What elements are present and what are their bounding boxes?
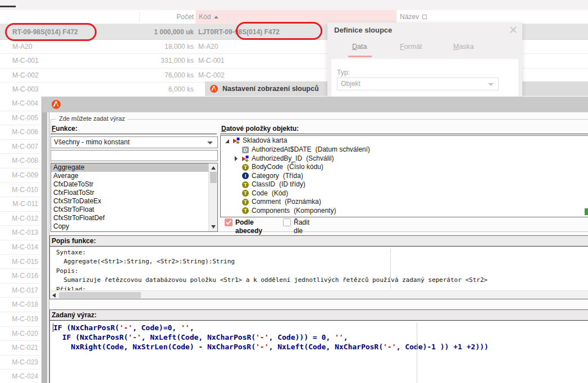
table-row[interactable]: M-C-023 xyxy=(0,355,41,370)
function-list-item[interactable]: CfxStrToFloatDef xyxy=(51,214,217,222)
table-row[interactable]: M-C-007 xyxy=(0,140,41,154)
cell-quantity: 6,000 ks xyxy=(101,83,194,97)
tree-item[interactable]: ICategory(Třída) xyxy=(221,172,588,181)
function-list-item[interactable]: Aggregate xyxy=(51,163,217,172)
cell-name: M-C-001 xyxy=(12,54,39,68)
tree-item[interactable]: AuthorizedBy_ID(Schválil) xyxy=(221,154,588,163)
cell-code: M-C-002 xyxy=(198,69,225,83)
tree-item[interactable]: TCode(Kód) xyxy=(221,189,588,198)
tab-data[interactable]: Data xyxy=(352,43,367,51)
string-literal: '-' xyxy=(383,343,396,351)
scrollbar-thumb[interactable] xyxy=(59,292,141,298)
tree-item-label: Skladová karta xyxy=(243,136,287,144)
tree-item-description: (Komponenty) xyxy=(294,207,336,215)
cell-code: M-C-001 xyxy=(198,54,225,68)
type-object-icon xyxy=(233,137,240,144)
string-literal: '' xyxy=(335,333,344,341)
function-search-input[interactable] xyxy=(51,150,218,161)
table-row[interactable]: M-C-009 xyxy=(0,168,41,183)
description-line: Aggregate(<Str1>:String, <Str2>:String):… xyxy=(56,257,588,266)
tree-item-description: (Kód) xyxy=(272,189,288,197)
string-literal: '' xyxy=(181,323,190,332)
active-tab-indicator xyxy=(348,56,372,57)
table-row[interactable]: M-C-004 xyxy=(0,97,41,111)
table-row[interactable]: M-C-019 xyxy=(0,312,41,327)
function-list-item[interactable]: Average xyxy=(51,172,217,180)
table-row[interactable]: M-C-024 xyxy=(0,370,41,383)
code-text: , xyxy=(190,323,194,332)
table-row[interactable]: M-C-008 xyxy=(0,154,41,168)
dialog-left-frame xyxy=(42,112,47,383)
function-list-item[interactable]: CfxStrToDateEx xyxy=(51,197,217,206)
text-caret xyxy=(53,323,53,332)
table-row[interactable]: M-C-006 xyxy=(0,125,41,140)
function-list-item[interactable]: CfxDateToStr xyxy=(51,180,217,189)
expression-section: Zadaný výraz: IF (NxCharPosR('-', Code)=… xyxy=(49,309,588,383)
table-row[interactable]: M-C-005 xyxy=(0,111,41,126)
scroll-up-icon[interactable] xyxy=(211,166,216,170)
string-literal: '-' xyxy=(128,333,141,341)
tab-format[interactable]: Formát xyxy=(400,43,422,51)
data-items-tree[interactable]: Skladová kartaDAuthorizedAt$DATE(Datum s… xyxy=(220,135,588,217)
function-list[interactable]: AggregateAverageCfxDateToStrCfxFloatToSt… xyxy=(51,163,218,232)
table-row[interactable]: M-C-015 xyxy=(0,255,41,270)
type-date-icon: D xyxy=(242,147,249,153)
column-definition-dialog: Definice sloupce ✕ Data Formát Maska Typ… xyxy=(327,22,522,97)
functions-header: Funkce: xyxy=(51,124,217,134)
tree-item[interactable]: TBodyCode(Číslo kódu) xyxy=(221,163,588,172)
tab-maska[interactable]: Maska xyxy=(453,43,474,51)
table-row[interactable]: M-C-021 xyxy=(0,341,41,355)
scroll-down-icon[interactable] xyxy=(211,225,216,229)
expression-code-editor[interactable]: IF (NxCharPosR('-', Code)=0, '', IF (NxC… xyxy=(50,321,588,382)
scrollbar-thumb[interactable] xyxy=(210,172,217,183)
type-label: Typ: xyxy=(337,69,350,76)
table-row[interactable]: M-C-010 xyxy=(0,183,41,198)
type-dropdown[interactable]: Objekt xyxy=(337,77,499,90)
tree-item[interactable]: DAuthorizedAt$DATE(Datum schválení) xyxy=(221,145,588,154)
columns-window-title: Nastavení zobrazení sloupců xyxy=(222,81,319,96)
tree-item-name: AuthorizedBy_ID xyxy=(252,154,302,162)
table-row[interactable]: M-C-018 xyxy=(0,298,41,312)
code-text: , Code))) = 0, xyxy=(269,333,335,341)
code-line: IF (NxCharPosR('-', Code)=0, '', xyxy=(53,323,588,332)
function-list-item[interactable]: CfxStrToFloat xyxy=(51,206,217,214)
function-list-item[interactable]: CfxFloatToStr xyxy=(51,189,217,197)
code-text: IF (NxCharPosR( xyxy=(53,323,119,332)
sort-ascending-icon xyxy=(214,16,218,19)
dialog-titlebar[interactable] xyxy=(42,97,588,112)
code-line: NxRight(Code, NxStrLen(Code) - NxCharPos… xyxy=(53,342,588,352)
tree-item[interactable]: TComponents(Komponenty) xyxy=(221,207,588,216)
function-list-scrollbar[interactable] xyxy=(208,163,217,231)
tree-item-root[interactable]: Skladová karta xyxy=(221,136,588,145)
table-row[interactable]: M-C-014 xyxy=(0,240,41,255)
function-list-item[interactable]: Copy xyxy=(51,222,217,231)
alphabetical-checkbox[interactable] xyxy=(225,218,233,226)
type-integer-icon: I xyxy=(242,172,249,179)
code-text: , xyxy=(344,333,348,341)
tree-item[interactable]: TComment(Poznámka) xyxy=(221,198,588,207)
description-line: Syntaxe: xyxy=(56,248,588,257)
column-header-pocet[interactable]: Počet xyxy=(140,10,194,24)
code-text: , NxLeft(Code, NxCharPosR( xyxy=(269,343,384,351)
table-row[interactable]: M-C-012 xyxy=(0,212,41,226)
function-category-dropdown[interactable]: Všechny - mimo konstant xyxy=(51,136,218,148)
alphabetical-checkbox-label: Podle abecedy xyxy=(235,218,262,235)
table-corner-marker xyxy=(0,6,16,7)
checkmark-icon xyxy=(225,218,233,226)
table-row[interactable]: M-C-011 xyxy=(0,197,41,212)
description-horizontal-scrollbar[interactable] xyxy=(50,290,588,299)
tree-item-name: Comment xyxy=(252,198,281,206)
type-text-icon: T xyxy=(242,164,249,171)
table-row[interactable]: M-C-017 xyxy=(0,284,41,298)
tree-item[interactable]: TClassID(ID třídy) xyxy=(221,180,588,189)
cell-quantity: 331,000 ks xyxy=(101,54,194,68)
table-row[interactable]: M-C-020 xyxy=(0,327,41,341)
by-description-checkbox[interactable] xyxy=(283,218,291,226)
close-icon[interactable]: ✕ xyxy=(509,24,518,37)
tree-item-description: (Třída) xyxy=(283,172,303,180)
table-row[interactable]: M-C-013 xyxy=(0,226,41,240)
function-description-text[interactable]: Syntaxe: Aggregate(<Str1>:String, <Str2>… xyxy=(50,247,588,290)
table-row[interactable]: M-C-016 xyxy=(0,269,41,284)
cell-name: M-C-003 xyxy=(12,83,39,97)
scroll-left-icon[interactable] xyxy=(52,293,56,298)
